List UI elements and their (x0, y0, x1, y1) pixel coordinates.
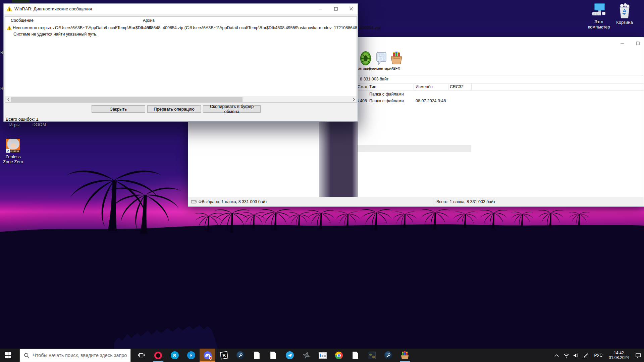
taskbar-icon-skype[interactable]: S (167, 349, 182, 362)
recycle-bin-label: Корзина (612, 20, 637, 25)
discord-icon (204, 351, 212, 359)
horizontal-scrollbar[interactable] (5, 97, 357, 102)
status-total-info: Всего: 1 папка, 8 331 003 байт (436, 199, 495, 204)
taskbar-icon-steam[interactable] (232, 349, 248, 362)
zenless-zone-zero-icon: HOYOVERSE (6, 139, 20, 153)
taskbar-icon-winrar[interactable] (397, 349, 413, 362)
text-file-icon (254, 352, 260, 359)
desktop-icon-doom-label[interactable]: DOOM (28, 122, 51, 127)
file-row-up-type: Папка с файлами (369, 92, 404, 97)
start-button[interactable] (0, 349, 16, 362)
taskbar-icon-text-file-1[interactable] (249, 349, 265, 362)
shortcut-arrow-icon (6, 149, 10, 153)
selected-row-highlight (357, 145, 471, 152)
taskbar-icon-system-window[interactable] (315, 349, 330, 362)
column-header-crc32[interactable]: CRC32 (450, 84, 464, 89)
pen-icon (584, 353, 589, 358)
taskbar-icon-text-file-3[interactable] (347, 349, 363, 362)
error-warning-icon (7, 25, 12, 30)
dialog-maximize-button[interactable] (333, 6, 338, 11)
discord-notification-badge (209, 356, 212, 360)
dialog-buttons: Закрыть Прервать операцию Скопировать в … (4, 105, 358, 113)
telegram-icon (286, 351, 294, 359)
dialog-minimize-button[interactable] (318, 6, 323, 11)
clock[interactable]: 14:42 01.08.2024 (606, 349, 632, 362)
dialog-shadow (319, 122, 358, 197)
column-header-type[interactable]: Тип (369, 84, 376, 89)
wifi-icon (564, 353, 569, 358)
search-box[interactable] (19, 349, 131, 362)
desktop-icon-recycle-bin[interactable]: Корзина (612, 3, 637, 25)
world-map-game-icon (368, 352, 376, 359)
language-indicator[interactable]: РУС (591, 349, 606, 362)
dialog-titlebar[interactable]: WinRAR: Диагностические сообщения (4, 4, 358, 14)
column-header-modified[interactable]: Изменён (416, 84, 433, 89)
warning-icon (6, 6, 12, 11)
tray-volume-button[interactable] (571, 349, 581, 362)
dialog-close-button[interactable] (349, 6, 354, 11)
error-detail: Системе не удается найти указанный путь. (13, 32, 97, 37)
task-view-button[interactable] (133, 349, 149, 362)
taskbar-icon-discord[interactable] (200, 349, 215, 362)
taskbar-icon-opera-gx[interactable] (150, 349, 166, 362)
drive-icon[interactable] (191, 199, 197, 204)
chevron-up-icon (554, 354, 559, 357)
zenless-zone-zero-label: Zenless Zone Zero (0, 154, 26, 164)
tray-chevron-button[interactable] (551, 349, 561, 362)
error-count-status: Всего ошибок: 1 (6, 117, 38, 122)
message-column-header[interactable]: Сообщение (11, 18, 34, 23)
text-file-icon (270, 352, 276, 359)
taskbar-icon-world-map-game[interactable] (364, 349, 380, 362)
war-thunder-icon (302, 351, 310, 359)
message-list-header: Сообщение Архив (5, 17, 357, 24)
archive-column-header[interactable]: Архив (143, 18, 155, 23)
abort-operation-button[interactable]: Прервать операцию (147, 105, 201, 113)
system-tray: РУС 14:42 01.08.2024 (551, 349, 644, 362)
error-row[interactable]: Невозможно открыть C:\Users\6A3B~1\AppDa… (5, 25, 357, 32)
taskbar: S R (0, 349, 644, 362)
desktop-label-fragment-1: R (0, 50, 3, 55)
tray-pen-button[interactable] (581, 349, 591, 362)
window-minimize-button[interactable] (620, 41, 625, 46)
desktop-icon-this-pc[interactable]: Этот компьютер (586, 3, 612, 30)
desktop-icon-games-label[interactable]: Игры (3, 122, 25, 127)
desktop-icon-zenless-zone-zero[interactable]: HOYOVERSE Zenless Zone Zero (0, 139, 26, 164)
clock-time: 14:42 (609, 351, 629, 355)
toolbar-sfx-label: SFX (393, 66, 400, 70)
file-row-modified: 08.07.2024 3:48 (416, 99, 446, 103)
chrome-icon (335, 352, 343, 359)
steam-icon (236, 351, 245, 359)
taskbar-icon-chrome[interactable] (331, 349, 347, 362)
action-center-button[interactable] (632, 349, 644, 362)
copy-to-clipboard-button[interactable]: Скопировать в буфер обмена (203, 105, 261, 113)
hidden-icon-fragment (12, 0, 30, 3)
window-status-bar: Выбрано: 1 папка, 8 331 003 байт Всего: … (188, 197, 644, 206)
tray-wifi-button[interactable] (561, 349, 571, 362)
desktop-screen: R H Игры DOOM HOYOVERSE Zenless Zone Zer… (0, 0, 644, 362)
dialog-title: WinRAR: Диагностические сообщения (14, 6, 92, 11)
search-input[interactable] (33, 353, 127, 358)
scroll-left-arrow[interactable] (5, 97, 11, 102)
toolbar-button-sfx[interactable]: SFX (388, 51, 405, 70)
windows-logo-icon (5, 352, 11, 358)
taskbar-icon-roblox[interactable]: R (216, 349, 232, 362)
column-header-packed[interactable]: Сжат (358, 84, 368, 89)
recycle-bin-icon (618, 3, 631, 19)
taskbar-icon-war-thunder[interactable] (298, 349, 314, 362)
file-row-type: Папка с файлами (369, 99, 404, 103)
desktop-label-fragment-2: H (0, 86, 3, 91)
system-window-icon (319, 352, 327, 359)
taskbar-icon-daemon-tools[interactable] (183, 349, 199, 362)
taskbar-icon-text-file-2[interactable] (265, 349, 281, 362)
taskbar-icon-steam-2[interactable] (380, 349, 396, 362)
scroll-thumb[interactable] (11, 97, 243, 102)
taskbar-icon-telegram[interactable] (282, 349, 298, 362)
error-archive-path: ...088648_409854.zip (C:\Users\6A3B~1\Ap… (143, 25, 381, 30)
message-list: Сообщение Архив Невозможно открыть C:\Us… (5, 16, 357, 103)
scroll-right-arrow[interactable] (351, 97, 357, 102)
close-button[interactable]: Закрыть (92, 105, 145, 113)
window-maximize-button[interactable] (635, 41, 640, 46)
volume-icon (573, 353, 579, 358)
opera-gx-icon (154, 352, 162, 359)
clock-date: 01.08.2024 (609, 355, 629, 360)
